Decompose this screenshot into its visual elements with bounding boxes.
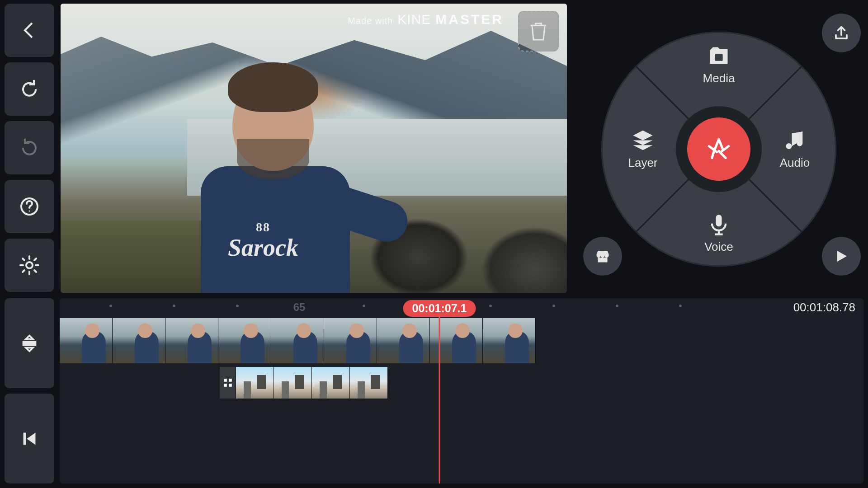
export-button[interactable]: [822, 14, 861, 52]
help-button[interactable]: [5, 180, 54, 233]
timeline[interactable]: 65 00:01:08.78 00:01:07.1: [60, 298, 863, 483]
store-icon: [594, 248, 611, 264]
go-to-start-button[interactable]: [5, 394, 54, 483]
overlay-clip-handle[interactable]: [220, 367, 236, 399]
wheel-audio[interactable]: Audio: [763, 129, 826, 170]
undo-button[interactable]: [5, 62, 54, 116]
video-preview[interactable]: 88 Sarock Made with KINE MASTER: [61, 4, 567, 293]
action-wheel: Media Layer Audio Voice: [601, 32, 836, 267]
trash-dropzone[interactable]: [518, 11, 559, 52]
svg-rect-10: [229, 384, 232, 387]
timeline-left-controls: [5, 298, 54, 483]
undo-icon: [19, 78, 40, 100]
redo-button[interactable]: [5, 121, 54, 174]
total-duration: 00:01:08.78: [793, 300, 855, 314]
ruler-tick: [363, 305, 365, 307]
aperture-icon: [707, 137, 731, 161]
ruler-tick: [679, 305, 682, 307]
wheel-voice-label: Voice: [704, 240, 733, 254]
svg-rect-6: [24, 432, 26, 445]
shirt-word: Sarock: [228, 235, 298, 261]
svg-point-1: [29, 211, 30, 212]
watermark-prefix: Made with: [348, 16, 393, 26]
ruler-label: 65: [293, 301, 306, 314]
timeline-clip[interactable]: [165, 318, 218, 363]
shirt-number: 88: [228, 221, 298, 235]
ruler-tick: [173, 305, 175, 307]
wheel-audio-label: Audio: [780, 156, 810, 170]
gear-icon: [19, 254, 40, 276]
timeline-clip[interactable]: [271, 318, 324, 363]
wheel-layer[interactable]: Layer: [611, 129, 675, 170]
watermark: Made with KINE MASTER: [348, 12, 504, 27]
settings-button[interactable]: [5, 239, 54, 292]
music-note-icon: [783, 129, 807, 152]
svg-rect-8: [229, 379, 232, 382]
expand-tracks-icon: [19, 333, 40, 354]
wheel-voice[interactable]: Voice: [687, 213, 750, 254]
ruler-tick: [552, 305, 555, 307]
media-folder-icon: [707, 44, 731, 68]
timeline-ruler[interactable]: 65 00:01:08.78 00:01:07.1: [60, 298, 863, 316]
wheel-media[interactable]: Media: [687, 44, 750, 85]
back-button[interactable]: [5, 4, 54, 57]
layers-icon: [631, 129, 655, 152]
timeline-clip[interactable]: [483, 318, 536, 363]
timeline-clip[interactable]: [430, 318, 483, 363]
store-button[interactable]: [583, 237, 622, 276]
playhead-time[interactable]: 00:01:07.1: [403, 300, 476, 317]
watermark-brand-a: KINE: [397, 12, 431, 27]
person-graphic: 88 Sarock: [174, 58, 368, 293]
main-video-track[interactable]: [60, 318, 536, 363]
skip-start-icon: [19, 428, 40, 449]
svg-rect-4: [716, 215, 722, 226]
overlay-track[interactable]: [220, 367, 388, 399]
timeline-clip[interactable]: [113, 318, 165, 363]
microphone-icon: [707, 213, 731, 236]
help-icon: [19, 196, 40, 217]
overlay-clip[interactable]: [274, 367, 312, 399]
timeline-clip[interactable]: [324, 318, 377, 363]
timeline-panel: 65 00:01:08.78 00:01:07.1: [5, 298, 863, 483]
redo-icon: [19, 137, 40, 159]
playhead[interactable]: [439, 315, 440, 483]
ruler-tick: [616, 305, 618, 307]
svg-rect-7: [224, 379, 227, 382]
svg-point-2: [26, 262, 33, 268]
action-wheel-panel: Media Layer Audio Voice: [574, 5, 863, 294]
ruler-tick: [489, 305, 492, 307]
grid-icon: [223, 378, 233, 388]
timeline-expand-button[interactable]: [5, 298, 54, 388]
svg-rect-3: [715, 54, 722, 61]
left-sidebar: [5, 4, 54, 292]
timeline-clip[interactable]: [377, 318, 430, 363]
play-button[interactable]: [822, 237, 861, 276]
ruler-tick: [236, 305, 239, 307]
svg-rect-9: [224, 384, 227, 387]
record-capture-button[interactable]: [687, 117, 750, 181]
ruler-tick: [109, 305, 112, 307]
watermark-brand-b: MASTER: [435, 12, 504, 27]
export-icon: [833, 25, 849, 41]
overlay-clip[interactable]: [350, 367, 388, 399]
overlay-clip[interactable]: [312, 367, 350, 399]
chevron-left-icon: [19, 19, 40, 41]
wheel-media-label: Media: [703, 71, 735, 85]
overlay-clip[interactable]: [236, 367, 274, 399]
wheel-layer-label: Layer: [628, 156, 657, 170]
timeline-clip[interactable]: [218, 318, 271, 363]
trash-icon: [530, 21, 547, 41]
play-icon: [833, 248, 849, 264]
timeline-clip[interactable]: [60, 318, 113, 363]
